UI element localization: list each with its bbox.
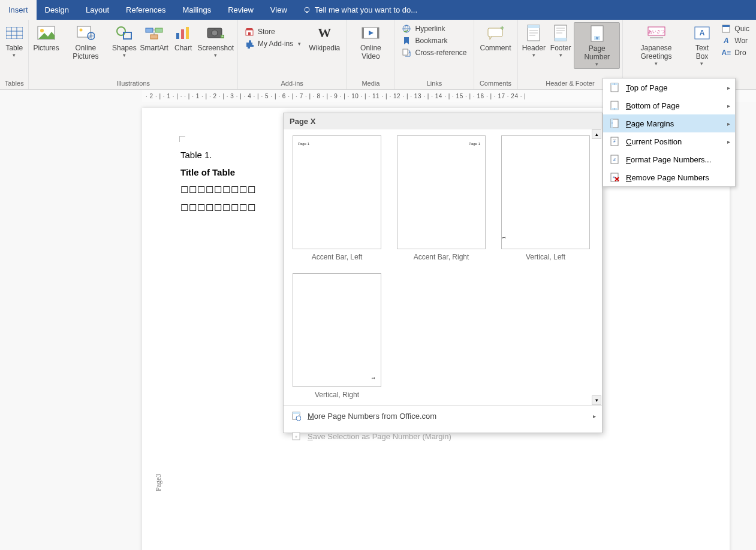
comment-button[interactable]: + Comment [477,22,515,53]
comment-label: Comment [480,44,511,52]
table-icon [5,23,24,43]
quick-parts-icon [721,24,731,34]
bookmark-button[interactable]: Bookmark [400,35,468,46]
page-number-button[interactable]: # Page Number ▾ [574,22,620,69]
menu-label: Page Margins [626,119,674,128]
footer-label: Footer [550,44,571,52]
thumbnail: Page 1 [397,135,486,249]
group-label-media: Media [362,80,379,88]
comment-icon: + [486,23,505,43]
table-label: Table [5,44,23,52]
scroll-down-button[interactable]: ▾ [592,395,601,405]
shapes-label: Shapes [112,44,137,52]
thumbnail: Page 1 [293,135,381,249]
menu-current-position[interactable]: # Current Position ▸ [603,132,735,150]
svg-rect-40 [555,38,567,41]
group-label-addins: Add-ins [281,80,303,88]
page-number-icon: # [588,24,607,43]
tab-references[interactable]: References [118,0,174,20]
video-icon [361,23,380,43]
svg-text:A: A [700,29,705,37]
smartart-label: SmartArt [140,44,168,52]
gallery-item-accent-bar-right[interactable]: Page 1 Accent Bar, Right [396,135,486,261]
table-button[interactable]: Table ▾ [1,22,28,59]
pictures-label: Pictures [33,44,59,52]
hyperlink-button[interactable]: Hyperlink [400,23,468,34]
page-number-label: Page Number [578,44,616,61]
pictures-button[interactable]: Pictures [31,22,61,53]
caret-down-icon: ▾ [655,61,658,67]
gallery-scrollbar: ▴ ▾ [591,129,602,405]
gallery-item-vertical-left[interactable]: 1 Vertical, Left [501,135,591,261]
menu-remove-page-numbers[interactable]: # Remove Page Numbers [603,168,735,186]
store-button[interactable]: Store [243,26,303,37]
thumb-label: Page 1 [298,142,309,146]
svg-rect-2 [6,27,23,39]
screenshot-button[interactable]: + Screenshot ▾ [197,22,235,59]
tab-insert[interactable]: Insert [0,0,37,20]
gallery-item-accent-bar-left[interactable]: Page 1 Accent Bar, Left [292,135,382,261]
header-button[interactable]: Header ▾ [520,22,548,59]
tab-design[interactable]: Design [37,0,77,20]
my-addins-button[interactable]: My Add-ins ▾ [243,38,303,49]
caret-down-icon: ▾ [123,52,126,58]
online-pictures-icon [76,23,95,43]
tab-view[interactable]: View [262,0,296,20]
wikipedia-label: Wikipedia [309,44,340,52]
tab-review[interactable]: Review [219,0,262,20]
my-addins-label: My Add-ins [258,40,293,48]
chevron-right-icon: ▸ [727,138,730,145]
svg-rect-35 [528,25,540,28]
menu-label: Current Position [626,137,682,146]
caret-down-icon: ▾ [532,52,535,58]
screenshot-icon: + [206,23,225,43]
text-box-button[interactable]: A Text Box ▾ [687,22,718,68]
japanese-greetings-button[interactable]: あいさつ Japanese Greetings ▾ [625,22,686,68]
menu-bottom-of-page[interactable]: # Bottom of Page ▸ [603,96,735,114]
menu-top-of-page[interactable]: # Top of Page ▸ [603,78,735,96]
svg-point-21 [212,30,218,36]
save-selection-icon: # [291,431,302,442]
group-label-tables: Tables [5,80,24,88]
addins-icon [245,39,254,49]
wordart-button[interactable]: A Wor [719,35,751,46]
wikipedia-button[interactable]: W Wikipedia [305,22,344,53]
tell-me-search[interactable]: Tell me what you want to do... [296,0,424,20]
online-video-button[interactable]: Online Video [349,22,392,62]
gallery-item-vertical-right[interactable]: 1 Vertical, Right [292,273,382,399]
dropcap-icon: A≡ [721,48,731,58]
chevron-right-icon: ▸ [727,84,730,91]
menu-format-page-numbers[interactable]: # Format Page Numbers... [603,150,735,168]
store-icon [245,27,254,37]
svg-text:あいさつ: あいさつ [648,29,665,34]
online-pictures-button[interactable]: Online Pictures [61,22,110,62]
cross-reference-button[interactable]: Cross-reference [400,47,468,58]
thumbnail: 1 [293,273,381,387]
svg-rect-31 [403,49,408,55]
scroll-up-button[interactable]: ▴ [592,129,601,139]
drop-cap-button[interactable]: A≡ Dro [719,47,751,58]
office-online-icon [291,410,302,421]
tab-layout[interactable]: Layout [77,0,118,20]
svg-rect-18 [181,29,184,39]
smartart-icon [144,23,164,43]
footer-button[interactable]: Footer ▾ [547,22,574,59]
tab-mailings[interactable]: Mailings [174,0,220,20]
svg-text:+: + [221,34,224,38]
shapes-button[interactable]: Shapes ▾ [110,22,138,59]
caret-down-icon: ▾ [298,41,301,47]
smartart-button[interactable]: SmartArt [138,22,170,53]
page-top-icon: # [609,82,620,93]
quick-parts-button[interactable]: Quic [719,23,751,34]
svg-point-8 [40,29,44,32]
menu-label: Format Page Numbers... [626,155,711,164]
gallery-item-label: Accent Bar, Left [312,253,363,261]
chart-button[interactable]: Chart [170,22,197,53]
text-box-icon: A [692,23,712,43]
more-page-numbers-office[interactable]: More Page Numbers from Office.com ▸ [284,406,602,426]
gallery-heading: Page X [284,113,602,129]
caret-down-icon: ▾ [214,52,217,58]
group-label-comments: Comments [480,80,511,88]
header-label: Header [522,44,546,52]
menu-page-margins[interactable]: # Page Margins ▸ [603,114,735,132]
